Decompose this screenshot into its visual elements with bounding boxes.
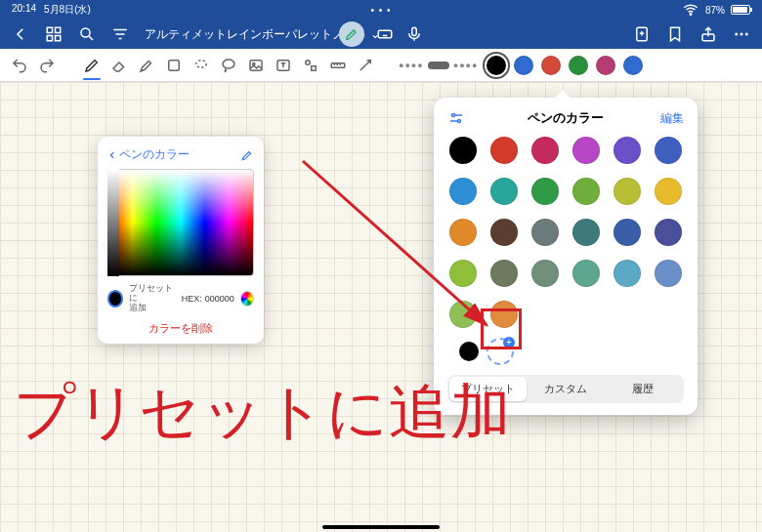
svg-rect-4 <box>56 36 61 41</box>
preset-color-swatch[interactable] <box>531 178 559 205</box>
preset-color-swatch[interactable] <box>614 178 641 205</box>
preset-color-swatch[interactable] <box>655 178 682 205</box>
svg-rect-1 <box>47 27 52 32</box>
text-tool[interactable] <box>272 54 295 77</box>
keyboard-icon[interactable] <box>376 25 394 43</box>
status-center-dots: • • • <box>370 5 391 16</box>
popover-title: ペンのカラー <box>434 109 698 127</box>
preset-color-swatch[interactable] <box>449 137 477 164</box>
stroke-width-preview[interactable] <box>428 61 449 69</box>
color-spectrum[interactable] <box>107 169 254 276</box>
add-page-icon[interactable] <box>633 25 651 43</box>
preset-color-swatch[interactable] <box>531 137 559 164</box>
edit-presets-button[interactable]: 編集 <box>660 110 684 127</box>
preset-color-swatch[interactable] <box>490 260 518 287</box>
svg-rect-6 <box>378 30 392 38</box>
preset-color-swatch[interactable] <box>490 178 518 205</box>
wifi-icon <box>682 1 699 19</box>
annotation-highlight-box <box>481 308 522 349</box>
ruler-tool[interactable] <box>326 54 350 77</box>
home-indicator <box>322 525 440 529</box>
preset-color-swatch[interactable] <box>572 137 600 164</box>
svg-point-22 <box>452 114 455 117</box>
annotation-caption: プリセットに追加 <box>14 371 748 453</box>
hex-value-field[interactable]: HEX: 000000 <box>182 294 234 304</box>
svg-point-11 <box>741 33 743 36</box>
preset-color-swatch[interactable] <box>655 260 682 287</box>
title-bar: アルティメットレインボーパレットノート ⌄ <box>0 20 762 49</box>
highlighter-tool[interactable] <box>135 54 158 77</box>
tool-toolbar: ●●●● ●●●● <box>0 49 762 82</box>
elements-tool[interactable] <box>299 54 322 77</box>
mic-icon[interactable] <box>405 25 423 43</box>
toolbar-dots-1[interactable]: ●●●● <box>399 61 424 70</box>
preset-color-swatch[interactable] <box>614 137 641 164</box>
laser-tool[interactable] <box>354 54 377 77</box>
svg-rect-7 <box>412 27 417 35</box>
grid-icon[interactable] <box>45 25 63 43</box>
preset-color-swatch[interactable] <box>490 137 518 164</box>
svg-point-0 <box>690 14 692 16</box>
toolbar-color-swatch[interactable] <box>541 56 561 75</box>
back-to-pen-color[interactable]: ペンのカラー <box>107 146 190 163</box>
preset-color-swatch[interactable] <box>614 260 641 287</box>
svg-point-14 <box>196 60 207 67</box>
svg-point-10 <box>735 33 738 36</box>
preset-color-swatch[interactable] <box>531 260 559 287</box>
svg-rect-16 <box>250 60 262 70</box>
toolbar-color-swatch[interactable] <box>514 56 533 75</box>
selected-color-swatch <box>107 290 123 307</box>
preset-color-swatch[interactable] <box>449 301 477 328</box>
comment-tool[interactable] <box>217 54 240 77</box>
status-time: 20:14 <box>12 3 36 17</box>
shape-tool[interactable] <box>162 54 186 77</box>
preset-color-swatch[interactable] <box>490 219 518 246</box>
status-date: 5月8日(水) <box>44 3 91 17</box>
image-tool[interactable] <box>244 54 268 77</box>
eyedropper-icon[interactable] <box>240 148 254 162</box>
popover-settings-icon[interactable] <box>447 109 465 127</box>
toolbar-dots-2[interactable]: ●●●● <box>453 61 479 70</box>
preset-color-swatch[interactable] <box>655 219 682 246</box>
color-preset-popover: ペンのカラー 編集 プリセット カスタム 履歴 <box>434 98 698 415</box>
toolbar-color-swatch[interactable] <box>623 56 643 75</box>
eraser-tool[interactable] <box>107 54 131 77</box>
color-wheel-icon[interactable] <box>240 291 254 307</box>
preset-color-swatch[interactable] <box>572 178 600 205</box>
toolbar-color-swatch[interactable] <box>487 56 506 75</box>
preset-color-swatch[interactable] <box>614 219 641 246</box>
search-icon[interactable] <box>78 25 96 43</box>
svg-point-12 <box>745 33 748 36</box>
current-pen-color-swatch <box>459 342 479 361</box>
status-bar: 20:14 5月8日(水) • • • 87% <box>0 0 762 20</box>
preset-color-swatch[interactable] <box>449 178 477 205</box>
toolbar-color-swatch[interactable] <box>569 56 588 75</box>
toolbar-color-swatch[interactable] <box>596 56 615 75</box>
svg-rect-3 <box>47 36 52 41</box>
undo-icon[interactable] <box>8 54 31 77</box>
filter-icon[interactable] <box>111 25 129 43</box>
share-icon[interactable] <box>699 25 717 43</box>
preset-color-swatch[interactable] <box>449 260 477 287</box>
more-icon[interactable] <box>733 25 750 43</box>
svg-point-5 <box>81 28 90 37</box>
bookmark-icon[interactable] <box>666 25 684 43</box>
back-icon[interactable] <box>12 25 29 43</box>
pen-mode-button[interactable] <box>339 21 364 47</box>
battery-percent: 87% <box>705 5 725 16</box>
add-to-preset-small-button[interactable]: プリセットに 追加 <box>129 284 175 313</box>
preset-color-swatch[interactable] <box>572 219 600 246</box>
pen-tool[interactable] <box>80 54 104 77</box>
svg-point-19 <box>306 60 311 64</box>
svg-rect-20 <box>312 65 317 70</box>
preset-color-swatch[interactable] <box>531 219 559 246</box>
preset-color-swatch[interactable] <box>449 219 477 246</box>
preset-color-swatch[interactable] <box>655 137 682 164</box>
svg-point-23 <box>458 120 461 123</box>
lasso-tool[interactable] <box>190 54 213 77</box>
battery-icon <box>731 5 750 15</box>
redo-icon[interactable] <box>35 54 59 77</box>
preset-color-swatch[interactable] <box>572 260 600 287</box>
delete-color-button[interactable]: カラーを削除 <box>107 321 254 336</box>
svg-rect-2 <box>56 27 61 32</box>
